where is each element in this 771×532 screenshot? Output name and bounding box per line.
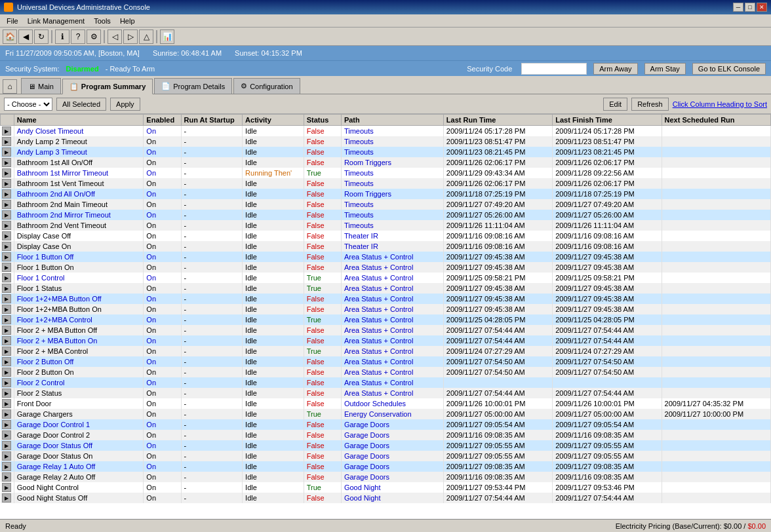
table-row[interactable]: ▶Bathroom 2nd Mirror TimeoutOn-IdleFalse…: [1, 210, 771, 220]
sort-hint[interactable]: Click Column Heading to Sort: [673, 100, 767, 108]
back-button[interactable]: ◀: [18, 29, 33, 44]
row-next-run: [662, 147, 770, 157]
settings-button[interactable]: ⚙: [87, 29, 101, 44]
table-row[interactable]: ▶Garage Door Status OnOn-IdleFalseGarage…: [1, 451, 771, 461]
row-icon-cell: ▶: [1, 430, 14, 440]
edit-button[interactable]: Edit: [603, 98, 627, 111]
col-header-nextrun[interactable]: Next Scheduled Run: [662, 115, 770, 126]
tab-program-summary[interactable]: 📋 Program Summary: [62, 79, 153, 94]
arm-stay-button[interactable]: Arm Stay: [644, 63, 686, 75]
row-last-finish: 2009/11/25 04:28:05 PM: [553, 314, 662, 325]
table-row[interactable]: ▶Bathroom 2nd All On/OffOn-IdleFalseRoom…: [1, 189, 771, 199]
table-row[interactable]: ▶Floor 2 Button OffOn-IdleFalseArea Stat…: [1, 356, 771, 367]
col-header-status[interactable]: Status: [304, 115, 341, 126]
security-code-input[interactable]: [521, 63, 587, 75]
col-header-lastrun[interactable]: Last Run Time: [443, 115, 552, 126]
table-row[interactable]: ▶Garage Door Control 2On-IdleFalseGarage…: [1, 430, 771, 440]
table-row[interactable]: ▶Floor 2 + MBA Button OnOn-IdleFalseArea…: [1, 335, 771, 346]
close-button[interactable]: ✕: [757, 3, 767, 12]
table-row[interactable]: ▶Floor 2 Button OnOn-IdleFalseArea Statu…: [1, 367, 771, 377]
row-path: Timeouts: [341, 126, 443, 137]
help-button[interactable]: ?: [71, 29, 85, 44]
table-row[interactable]: ▶Front DoorOn-IdleFalseOutdoor Schedules…: [1, 398, 771, 409]
table-row[interactable]: ▶Floor 2 StatusOn-IdleFalseArea Status +…: [1, 388, 771, 398]
chart-button[interactable]: 📊: [160, 29, 174, 44]
row-next-run: [662, 189, 770, 199]
apply-button[interactable]: Apply: [110, 98, 140, 111]
table-row[interactable]: ▶Floor 1 ControlOn-IdleTrueArea Status +…: [1, 273, 771, 283]
row-startup: -: [181, 231, 243, 241]
table-row[interactable]: ▶Garage Door Status OffOn-IdleFalseGarag…: [1, 440, 771, 451]
table-row[interactable]: ▶Display Case OnOn-IdleFalseTheater IR20…: [1, 241, 771, 252]
table-row[interactable]: ▶Floor 1 Button OffOn-IdleFalseArea Stat…: [1, 252, 771, 262]
row-enabled: On: [144, 199, 181, 210]
row-activity: Idle: [243, 304, 304, 314]
table-row[interactable]: ▶Garage Relay 2 Auto OffOn-IdleFalseGara…: [1, 472, 771, 482]
home-button[interactable]: ⌂: [3, 79, 17, 94]
home-toolbar-button[interactable]: 🏠: [3, 29, 17, 44]
menu-file[interactable]: File: [3, 16, 22, 26]
col-header-icon[interactable]: [1, 115, 14, 126]
table-row[interactable]: ▶Garage ChargersOn-IdleTrueEnergy Conser…: [1, 409, 771, 419]
col-header-activity[interactable]: Activity: [243, 115, 304, 126]
table-row[interactable]: ▶Floor 2 + MBA Button OffOn-IdleFalseAre…: [1, 325, 771, 335]
row-startup: -: [181, 472, 243, 482]
col-header-startup[interactable]: Run At Startup: [181, 115, 243, 126]
col-header-enabled[interactable]: Enabled: [144, 115, 181, 126]
up-button[interactable]: △: [139, 29, 153, 44]
arm-away-button[interactable]: Arm Away: [593, 63, 637, 75]
choose-dropdown[interactable]: - Choose -: [4, 98, 52, 111]
next-button[interactable]: ▷: [123, 29, 138, 44]
all-selected-button[interactable]: All Selected: [56, 98, 106, 111]
table-row[interactable]: ▶Display Case OffOn-IdleFalseTheater IR2…: [1, 231, 771, 241]
maximize-button[interactable]: □: [745, 3, 755, 12]
prev-button[interactable]: ◁: [108, 29, 122, 44]
program-bar: - Choose - All Selected Apply Edit Refre…: [0, 94, 771, 114]
tab-main[interactable]: 🖥 Main: [21, 78, 61, 94]
row-enabled: On: [144, 472, 181, 482]
table-row[interactable]: ▶Andy Closet TimeoutOn-IdleFalseTimeouts…: [1, 126, 771, 137]
elk-console-button[interactable]: Go to ELK Console: [692, 63, 766, 75]
table-row[interactable]: ▶Bathroom 1st Vent TimeoutOn-IdleFalseTi…: [1, 178, 771, 189]
table-row[interactable]: ▶Floor 2 + MBA ControlOn-IdleTrueArea St…: [1, 346, 771, 356]
tab-configuration[interactable]: ⚙ Configuration: [233, 78, 300, 94]
row-enabled: On: [144, 189, 181, 199]
table-row[interactable]: ▶Floor 1 StatusOn-IdleTrueArea Status + …: [1, 283, 771, 294]
col-header-lastfinish[interactable]: Last Finish Time: [553, 115, 662, 126]
row-icon: ▶: [2, 126, 11, 136]
col-header-name[interactable]: Name: [14, 115, 144, 126]
table-row[interactable]: ▶Bathroom 1st Mirror TimeoutOn-Running T…: [1, 168, 771, 178]
row-activity: Idle: [243, 325, 304, 335]
table-row[interactable]: ▶Bathroom 2nd Main TimeoutOn-IdleFalseTi…: [1, 199, 771, 210]
minimize-button[interactable]: ─: [733, 3, 743, 12]
table-row[interactable]: ▶Good Night ControlOn-IdleTrueGood Night…: [1, 482, 771, 493]
tab-program-details[interactable]: 📄 Program Details: [154, 78, 232, 94]
table-row[interactable]: ▶Floor 1+2+MBA Button OnOn-IdleFalseArea…: [1, 304, 771, 314]
row-icon-cell: ▶: [1, 482, 14, 493]
table-row[interactable]: ▶Garage Door Control 1On-IdleFalseGarage…: [1, 419, 771, 430]
row-next-run: [662, 304, 770, 314]
info-button[interactable]: ℹ: [55, 29, 69, 44]
refresh-toolbar-button[interactable]: ↻: [34, 29, 49, 44]
menu-help[interactable]: Help: [116, 16, 139, 26]
row-next-run: [662, 314, 770, 325]
table-row[interactable]: ▶Bathroom 2nd Vent TimeoutOn-IdleFalseTi…: [1, 220, 771, 231]
table-row[interactable]: ▶Andy Lamp 2 TimeoutOn-IdleFalseTimeouts…: [1, 136, 771, 147]
refresh-button[interactable]: Refresh: [631, 98, 669, 111]
menu-tools[interactable]: Tools: [90, 16, 115, 26]
row-path: Area Status + Control: [341, 294, 443, 304]
col-header-path[interactable]: Path: [341, 115, 443, 126]
row-enabled: On: [144, 388, 181, 398]
table-row[interactable]: ▶Floor 2 ControlOn-IdleFalseArea Status …: [1, 377, 771, 388]
table-row[interactable]: ▶Floor 1+2+MBA ControlOn-IdleTrueArea St…: [1, 314, 771, 325]
table-row[interactable]: ▶Good Night Status OffOn-IdleFalseGood N…: [1, 493, 771, 503]
table-row[interactable]: ▶Floor 1 Button OnOn-IdleFalseArea Statu…: [1, 262, 771, 273]
table-row[interactable]: ▶Bathroom 1st All On/OffOn-IdleFalseRoom…: [1, 157, 771, 168]
row-icon: ▶: [2, 472, 11, 482]
table-row[interactable]: ▶Andy Lamp 3 TimeoutOn-IdleFalseTimeouts…: [1, 147, 771, 157]
table-row[interactable]: ▶Garage Relay 1 Auto OffOn-IdleFalseGara…: [1, 461, 771, 472]
row-icon: ▶: [2, 368, 11, 377]
menu-link-management[interactable]: Link Management: [24, 16, 89, 26]
table-row[interactable]: ▶Floor 1+2+MBA Button OffOn-IdleFalseAre…: [1, 294, 771, 304]
location-label: [Boston, MA]: [98, 49, 140, 57]
